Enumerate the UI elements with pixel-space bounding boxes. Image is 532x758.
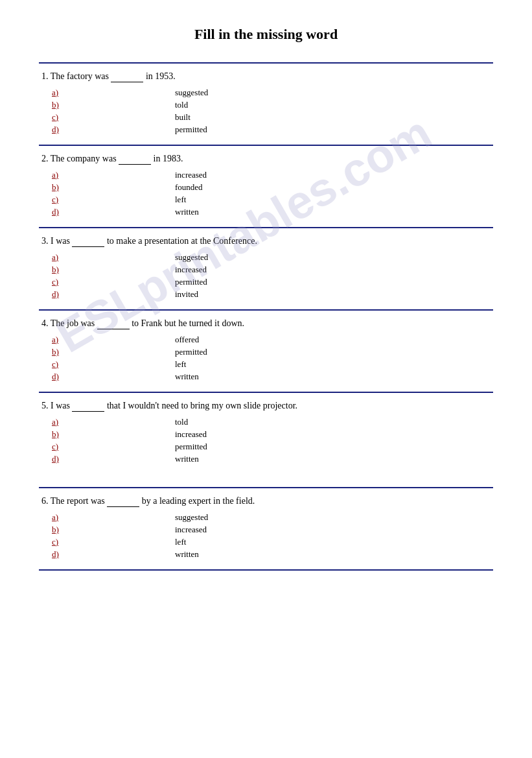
option-label-5-1[interactable]: b) [52, 429, 71, 440]
option-text-2-3: written [175, 207, 199, 217]
blank-4 [97, 318, 130, 329]
question-text-2: 2. The company was in 1983. [39, 154, 493, 165]
option-item-1-3[interactable]: d)permitted [52, 124, 493, 135]
option-text-1-1: told [175, 100, 188, 110]
option-label-2-1[interactable]: b) [52, 182, 71, 193]
option-item-3-2[interactable]: c)permitted [52, 277, 493, 287]
option-text-3-1: increased [175, 265, 207, 275]
option-item-6-0[interactable]: a)suggested [52, 512, 493, 523]
option-item-5-0[interactable]: a)told [52, 417, 493, 427]
option-item-5-2[interactable]: c)permitted [52, 442, 493, 452]
option-label-1-2[interactable]: c) [52, 112, 71, 123]
option-item-6-2[interactable]: c)left [52, 537, 493, 547]
option-label-6-0[interactable]: a) [52, 512, 71, 523]
question-2: 2. The company was in 1983.a)increasedb)… [39, 145, 493, 224]
option-item-4-0[interactable]: a)offered [52, 335, 493, 345]
option-label-3-0[interactable]: a) [52, 252, 71, 263]
blank-1 [111, 71, 143, 82]
option-label-4-1[interactable]: b) [52, 347, 71, 357]
question-text-5: 5. I was that I wouldn't need to bring m… [39, 401, 493, 412]
option-item-3-0[interactable]: a)suggested [52, 252, 493, 263]
option-text-4-0: offered [175, 335, 199, 345]
question-text-before-3: 3. I was [41, 236, 72, 246]
option-label-6-3[interactable]: d) [52, 549, 71, 560]
option-text-2-2: left [175, 195, 186, 205]
options-list-4: a)offeredb)permittedc)leftd)written [39, 335, 493, 382]
option-label-4-2[interactable]: c) [52, 359, 71, 370]
blank-5 [72, 401, 104, 412]
option-text-6-0: suggested [175, 512, 208, 523]
option-label-2-3[interactable]: d) [52, 207, 71, 217]
option-text-6-3: written [175, 549, 199, 560]
option-item-2-1[interactable]: b)founded [52, 182, 493, 193]
option-text-5-0: told [175, 417, 188, 427]
option-text-5-2: permitted [175, 442, 207, 452]
option-item-6-3[interactable]: d)written [52, 549, 493, 560]
question-6: 6. The report was by a leading expert in… [39, 487, 493, 567]
question-text-before-4: 4. The job was [41, 318, 97, 328]
question-text-before-1: 1. The factory was [41, 71, 111, 81]
question-text-after-4: to Frank but he turned it down. [130, 318, 244, 328]
option-label-6-2[interactable]: c) [52, 537, 71, 547]
question-text-before-2: 2. The company was [41, 154, 119, 163]
option-text-6-1: increased [175, 525, 207, 535]
options-list-2: a)increasedb)foundedc)leftd)written [39, 170, 493, 217]
option-item-2-0[interactable]: a)increased [52, 170, 493, 180]
question-text-before-5: 5. I was [41, 401, 72, 410]
option-item-6-1[interactable]: b)increased [52, 525, 493, 535]
blank-6 [107, 496, 139, 507]
option-text-4-2: left [175, 359, 186, 370]
option-item-5-3[interactable]: d)written [52, 454, 493, 464]
option-text-5-1: increased [175, 429, 207, 440]
option-item-4-3[interactable]: d)written [52, 372, 493, 382]
option-text-1-0: suggested [175, 88, 208, 98]
option-label-4-0[interactable]: a) [52, 335, 71, 345]
option-label-5-0[interactable]: a) [52, 417, 71, 427]
option-label-3-2[interactable]: c) [52, 277, 71, 287]
option-label-6-1[interactable]: b) [52, 525, 71, 535]
option-label-4-3[interactable]: d) [52, 372, 71, 382]
question-text-after-6: by a leading expert in the field. [139, 496, 255, 506]
option-label-5-3[interactable]: d) [52, 454, 71, 464]
question-text-after-5: that I wouldn't need to bring my own sli… [104, 401, 297, 410]
option-text-4-1: permitted [175, 347, 207, 357]
option-label-2-2[interactable]: c) [52, 195, 71, 205]
option-label-1-1[interactable]: b) [52, 100, 71, 110]
option-item-4-2[interactable]: c)left [52, 359, 493, 370]
option-label-1-3[interactable]: d) [52, 124, 71, 135]
question-text-after-3: to make a presentation at the Conference… [104, 236, 257, 246]
blank-2 [119, 154, 151, 165]
option-item-2-3[interactable]: d)written [52, 207, 493, 217]
option-text-1-3: permitted [175, 124, 207, 135]
option-item-3-3[interactable]: d)invited [52, 289, 493, 300]
option-item-4-1[interactable]: b)permitted [52, 347, 493, 357]
option-item-1-2[interactable]: c)built [52, 112, 493, 123]
question-5: 5. I was that I wouldn't need to bring m… [39, 392, 493, 471]
option-item-2-2[interactable]: c)left [52, 195, 493, 205]
option-text-3-0: suggested [175, 252, 208, 263]
option-item-5-1[interactable]: b)increased [52, 429, 493, 440]
option-label-5-2[interactable]: c) [52, 442, 71, 452]
question-3: 3. I was to make a presentation at the C… [39, 227, 493, 307]
question-1: 1. The factory was in 1953.a)suggestedb)… [39, 62, 493, 142]
option-text-3-2: permitted [175, 277, 207, 287]
option-text-6-2: left [175, 537, 186, 547]
option-item-3-1[interactable]: b)increased [52, 265, 493, 275]
question-text-3: 3. I was to make a presentation at the C… [39, 236, 493, 247]
option-label-1-0[interactable]: a) [52, 88, 71, 98]
option-label-3-3[interactable]: d) [52, 289, 71, 300]
option-label-2-0[interactable]: a) [52, 170, 71, 180]
question-text-1: 1. The factory was in 1953. [39, 71, 493, 82]
option-text-1-2: built [175, 112, 191, 123]
question-text-after-2: in 1983. [151, 154, 183, 163]
options-list-3: a)suggestedb)increasedc)permittedd)invit… [39, 252, 493, 300]
question-text-after-1: in 1953. [143, 71, 175, 81]
options-list-6: a)suggestedb)increasedc)leftd)written [39, 512, 493, 560]
option-text-2-0: increased [175, 170, 207, 180]
option-text-4-3: written [175, 372, 199, 382]
option-text-3-3: invited [175, 289, 198, 300]
option-item-1-0[interactable]: a)suggested [52, 88, 493, 98]
blank-3 [72, 236, 104, 247]
option-label-3-1[interactable]: b) [52, 265, 71, 275]
option-item-1-1[interactable]: b)told [52, 100, 493, 110]
